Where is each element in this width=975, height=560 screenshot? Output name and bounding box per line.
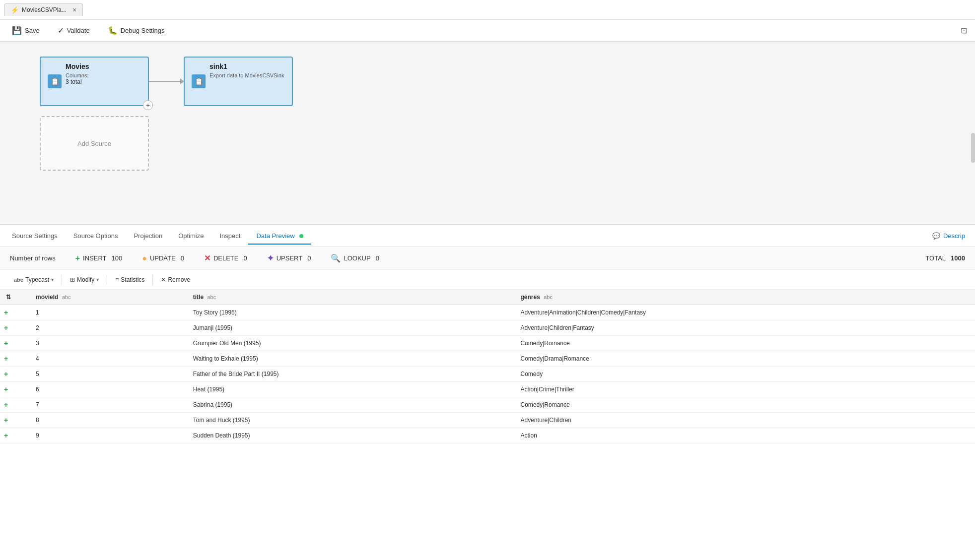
separator-1 [62,275,62,285]
cell-movieid: 9 [30,428,187,443]
row-add-button[interactable]: + [0,397,30,413]
flow-container: 📋 Movies Columns: 3 total + 📋 sink1 Expo… [40,57,293,106]
cell-genres: Comedy|Romance [515,336,975,351]
cell-genres: Adventure|Children [515,413,975,428]
table-body: +1Toy Story (1995)Adventure|Animation|Ch… [0,305,975,443]
col-genres-header[interactable]: genres abc [515,290,975,305]
update-label: UPDATE [150,254,176,262]
row-add-button[interactable]: + [0,413,30,428]
tab-source-options[interactable]: Source Options [66,228,126,245]
insert-value: 100 [112,254,123,262]
total-value: 1000 [951,254,965,262]
table-row: +6Heat (1995)Action|Crime|Thriller [0,382,975,397]
insert-label: INSERT [83,254,106,262]
canvas-scrollbar[interactable] [971,133,975,163]
sink-node-description: Export data to MoviesCSVSink [209,72,285,78]
data-preview-dot [299,234,303,238]
tab-source-settings-label: Source Settings [12,232,58,240]
upsert-stat: ✦ UPSERT 0 [267,253,311,263]
save-button[interactable]: 💾 Save [8,24,44,37]
sink-node-label: sink1 [209,62,285,70]
statistics-label: Statistics [121,276,144,283]
cell-title: Tom and Huck (1995) [187,413,515,428]
validate-icon: ✓ [58,26,64,35]
add-plus-button[interactable]: + [143,100,153,110]
separator-3 [152,275,153,285]
validate-label: Validate [67,27,90,34]
cell-title: Sabrina (1995) [187,397,515,413]
title-col-type: abc [207,294,216,300]
row-add-button[interactable]: + [0,382,30,397]
validate-button[interactable]: ✓ Validate [54,24,94,37]
tab-optimize-label: Optimize [178,232,204,240]
separator-2 [107,275,107,285]
row-add-button[interactable]: + [0,351,30,367]
table-row: +5Father of the Bride Part II (1995)Come… [0,367,975,382]
col-sort-header[interactable]: ⇅ [0,290,30,305]
cell-genres: Action [515,428,975,443]
typecast-abc-icon: abc [14,277,23,283]
sink-node[interactable]: 📋 sink1 Export data to MoviesCSVSink [184,57,293,106]
statistics-button[interactable]: ≡ Statistics [111,275,148,285]
cell-title: Heat (1995) [187,382,515,397]
tab-descrip-button[interactable]: 💬 Descrip [926,229,971,243]
sink-node-content: sink1 Export data to MoviesCSVSink [192,62,285,78]
modify-chevron-icon: ▾ [96,277,99,282]
tab-inspect[interactable]: Inspect [212,228,249,245]
delete-value: 0 [243,254,247,262]
upsert-icon: ✦ [267,253,274,263]
table-row: +8Tom and Huck (1995)Adventure|Children [0,413,975,428]
descrip-label: Descrip [943,232,965,240]
movies-node-icon: 📋 [48,74,62,88]
lookup-icon: 🔍 [331,253,341,263]
typecast-chevron-icon: ▾ [51,277,54,282]
movieid-col-label: movieId [36,294,58,301]
insert-icon: + [75,254,80,263]
add-source-box[interactable]: Add Source [40,116,149,171]
update-icon: ● [142,254,147,263]
add-source-label: Add Source [77,140,111,147]
table: ⇅ movieId abc title abc genres abc [0,290,975,443]
delete-stat: ✕ DELETE 0 [204,253,247,263]
close-tab-button[interactable]: × [72,6,76,14]
movies-node[interactable]: 📋 Movies Columns: 3 total + [40,57,149,106]
tab-data-preview[interactable]: Data Preview [248,228,311,245]
table-row: +3Grumpier Old Men (1995)Comedy|Romance [0,336,975,351]
total-stat: TOTAL 1000 [925,254,965,262]
title-tab[interactable]: ⚡ MoviesCSVPla... × [4,3,83,16]
modify-button[interactable]: ⊞ Modify ▾ [66,275,103,285]
typecast-button[interactable]: abc Typecast ▾ [10,275,58,285]
row-add-button[interactable]: + [0,305,30,320]
debug-settings-button[interactable]: 🐛 Debug Settings [104,24,169,37]
cell-movieid: 2 [30,320,187,336]
row-add-button[interactable]: + [0,367,30,382]
canvas-area: 📋 Movies Columns: 3 total + 📋 sink1 Expo… [0,42,975,225]
tab-projection[interactable]: Projection [126,228,170,245]
cell-title: Grumpier Old Men (1995) [187,336,515,351]
col-movieid-header[interactable]: movieId abc [30,290,187,305]
cell-genres: Action|Crime|Thriller [515,382,975,397]
remove-button[interactable]: ✕ Remove [157,275,194,285]
cell-movieid: 8 [30,413,187,428]
tab-source-settings[interactable]: Source Settings [4,228,66,245]
tab-data-preview-label: Data Preview [256,232,294,240]
stats-row: Number of rows + INSERT 100 ● UPDATE 0 ✕… [0,247,975,270]
cell-title: Waiting to Exhale (1995) [187,351,515,367]
sink-node-icon: 📋 [192,74,206,88]
row-add-button[interactable]: + [0,428,30,443]
modify-label: Modify [77,276,94,283]
genres-col-label: genres [521,294,540,301]
col-title-header[interactable]: title abc [187,290,515,305]
cell-title: Jumanji (1995) [187,320,515,336]
delete-icon: ✕ [204,253,210,263]
cell-movieid: 1 [30,305,187,320]
table-row: +4Waiting to Exhale (1995)Comedy|Drama|R… [0,351,975,367]
cell-title: Sudden Death (1995) [187,428,515,443]
bottom-panel: Source Settings Source Options Projectio… [0,225,975,560]
cell-movieid: 4 [30,351,187,367]
row-add-button[interactable]: + [0,336,30,351]
cell-genres: Adventure|Animation|Children|Comedy|Fant… [515,305,975,320]
tab-optimize[interactable]: Optimize [170,228,211,245]
tab-source-options-label: Source Options [73,232,118,240]
row-add-button[interactable]: + [0,320,30,336]
